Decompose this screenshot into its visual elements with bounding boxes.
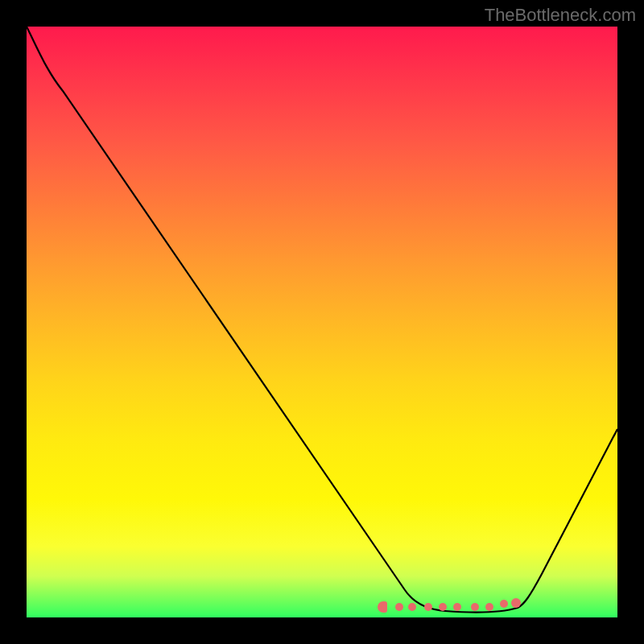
optimal-marker-dot xyxy=(408,603,416,611)
bottleneck-curve xyxy=(27,27,617,617)
optimal-marker-dot xyxy=(453,603,461,611)
optimal-marker-dot xyxy=(439,603,447,611)
optimal-range-markers xyxy=(381,601,518,613)
optimal-marker-dot xyxy=(424,603,432,611)
watermark-text: TheBottleneck.com xyxy=(485,5,636,26)
optimal-marker-dot xyxy=(485,603,493,611)
optimal-marker-dot xyxy=(500,600,508,608)
chart-plot-area xyxy=(27,27,617,617)
optimal-marker-dot xyxy=(471,603,479,611)
optimal-range-end-icon xyxy=(511,598,521,608)
optimal-marker-dot xyxy=(395,603,403,611)
optimal-range-start-icon xyxy=(378,601,387,613)
